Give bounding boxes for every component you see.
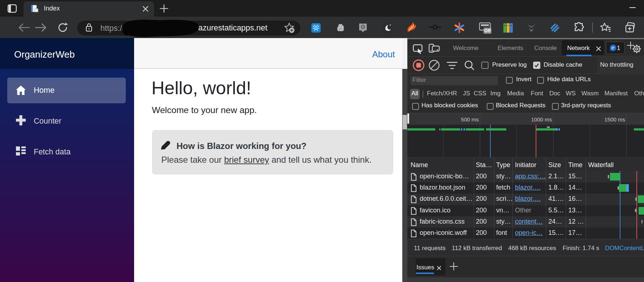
svg-text:Off: Off [484, 28, 491, 33]
